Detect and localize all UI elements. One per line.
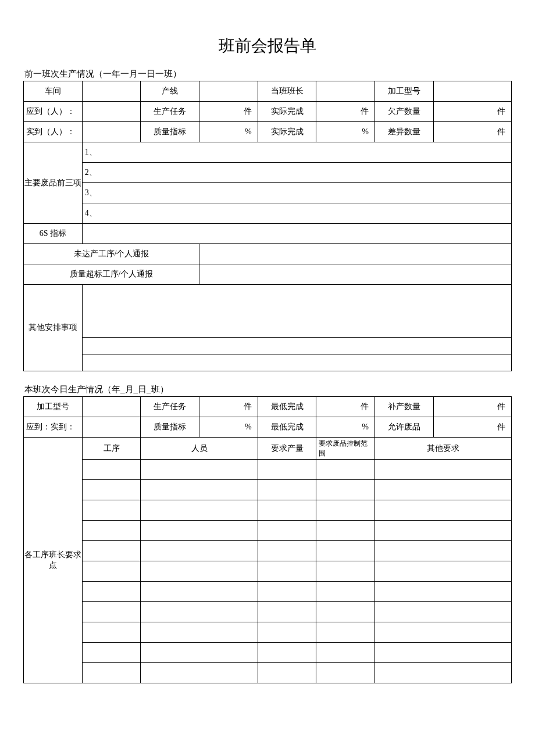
cell-person[interactable]	[141, 480, 258, 500]
cell-output[interactable]	[258, 480, 316, 500]
label-expected: 应到（人）：	[24, 102, 83, 122]
cell-process[interactable]	[82, 541, 141, 561]
cell-other[interactable]	[375, 500, 512, 521]
cell-output[interactable]	[258, 582, 316, 602]
unit-quality2[interactable]: %	[199, 417, 258, 438]
cell-output[interactable]	[258, 460, 316, 480]
input-6s[interactable]	[82, 224, 511, 244]
cell-process[interactable]	[82, 460, 141, 480]
cell-output[interactable]	[258, 521, 316, 541]
cell-process[interactable]	[82, 663, 141, 683]
cell-person[interactable]	[141, 582, 258, 602]
waste-item-2[interactable]: 2、	[82, 163, 511, 183]
cell-other[interactable]	[375, 602, 512, 622]
label-diff: 差异数量	[375, 122, 434, 142]
input-not-reached[interactable]	[199, 244, 512, 264]
input-other-2[interactable]	[82, 338, 511, 354]
cell-waste[interactable]	[316, 643, 375, 663]
cell-other[interactable]	[375, 622, 512, 643]
cell-other[interactable]	[375, 561, 512, 582]
cell-output[interactable]	[258, 500, 316, 521]
input-expected-actual[interactable]	[82, 417, 141, 438]
label-other-arrange: 其他安排事项	[24, 285, 83, 371]
input-model2[interactable]	[82, 397, 141, 417]
unit-min2[interactable]: %	[316, 417, 375, 438]
cell-waste[interactable]	[316, 541, 375, 561]
cell-output[interactable]	[258, 622, 316, 643]
waste-item-3[interactable]: 3、	[82, 183, 511, 203]
cell-person[interactable]	[141, 500, 258, 521]
label-supp: 补产数量	[375, 397, 434, 417]
cell-waste[interactable]	[316, 561, 375, 582]
header-other: 其他要求	[375, 438, 512, 460]
cell-process[interactable]	[82, 622, 141, 643]
label-6s: 6S 指标	[24, 224, 83, 244]
unit-task2[interactable]: 件	[199, 397, 258, 417]
unit-supp[interactable]: 件	[433, 397, 511, 417]
input-line[interactable]	[199, 81, 258, 102]
cell-person[interactable]	[141, 622, 258, 643]
cell-waste[interactable]	[316, 602, 375, 622]
table-row: 质量超标工序/个人通报	[24, 264, 512, 285]
waste-item-4[interactable]: 4、	[82, 203, 511, 224]
cell-process[interactable]	[82, 602, 141, 622]
unit-diff[interactable]: 件	[433, 122, 511, 142]
cell-process[interactable]	[82, 480, 141, 500]
cell-process[interactable]	[82, 500, 141, 521]
unit-min1[interactable]: 件	[316, 397, 375, 417]
input-shift-leader[interactable]	[316, 81, 375, 102]
cell-person[interactable]	[141, 541, 258, 561]
cell-waste[interactable]	[316, 480, 375, 500]
cell-other[interactable]	[375, 541, 512, 561]
cell-person[interactable]	[141, 460, 258, 480]
label-expected-actual: 应到：实到：	[24, 417, 83, 438]
cell-process[interactable]	[82, 561, 141, 582]
cell-output[interactable]	[258, 663, 316, 683]
unit-actual[interactable]: 件	[316, 102, 375, 122]
table-row: 其他安排事项	[24, 285, 512, 338]
table-row: 各工序班长要求点 工序 人员 要求产量 要求废品控制范围 其他要求	[24, 438, 512, 460]
cell-other[interactable]	[375, 460, 512, 480]
cell-person[interactable]	[141, 643, 258, 663]
cell-waste[interactable]	[316, 663, 375, 683]
cell-output[interactable]	[258, 541, 316, 561]
input-workshop[interactable]	[82, 81, 141, 102]
cell-process[interactable]	[82, 582, 141, 602]
cell-other[interactable]	[375, 521, 512, 541]
cell-person[interactable]	[141, 602, 258, 622]
unit-actual2[interactable]: %	[316, 122, 375, 142]
input-quality-over[interactable]	[199, 264, 512, 285]
input-expected[interactable]	[82, 102, 141, 122]
cell-waste[interactable]	[316, 460, 375, 480]
cell-output[interactable]	[258, 561, 316, 582]
cell-waste[interactable]	[316, 521, 375, 541]
cell-person[interactable]	[141, 521, 258, 541]
cell-other[interactable]	[375, 480, 512, 500]
cell-person[interactable]	[141, 561, 258, 582]
label-task: 生产任务	[141, 102, 199, 122]
cell-person[interactable]	[141, 663, 258, 683]
cell-process[interactable]	[82, 643, 141, 663]
cell-other[interactable]	[375, 663, 512, 683]
table-row: 应到（人）： 生产任务 件 实际完成 件 欠产数量 件	[24, 102, 512, 122]
cell-process[interactable]	[82, 521, 141, 541]
cell-waste[interactable]	[316, 582, 375, 602]
waste-item-1[interactable]: 1、	[82, 142, 511, 163]
cell-other[interactable]	[375, 582, 512, 602]
input-model[interactable]	[433, 81, 511, 102]
input-arrived[interactable]	[82, 122, 141, 142]
input-other-3[interactable]	[82, 354, 511, 371]
unit-task[interactable]: 件	[199, 102, 258, 122]
cell-other[interactable]	[375, 643, 512, 663]
table-row	[24, 480, 512, 500]
label-not-reached: 未达产工序/个人通报	[24, 244, 199, 264]
unit-allow-waste[interactable]: 件	[433, 417, 511, 438]
table-row: 实到（人）： 质量指标 % 实际完成 % 差异数量 件	[24, 122, 512, 142]
cell-waste[interactable]	[316, 622, 375, 643]
cell-waste[interactable]	[316, 500, 375, 521]
unit-short[interactable]: 件	[433, 102, 511, 122]
cell-output[interactable]	[258, 643, 316, 663]
cell-output[interactable]	[258, 602, 316, 622]
unit-quality[interactable]: %	[199, 122, 258, 142]
input-other-1[interactable]	[82, 285, 511, 338]
